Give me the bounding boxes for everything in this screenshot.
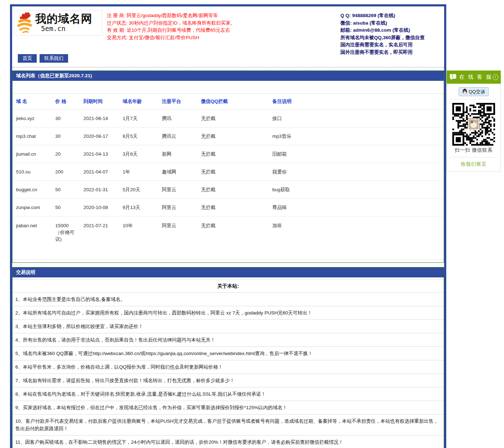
note-item: 8、本站在售域名均为老域名，对于关键词排名,快照更新,收录,流量,是否被K,建过… — [12, 387, 444, 401]
cell-platform: 腾讯 — [159, 110, 198, 127]
cell-price: 15000（价格可议) — [52, 217, 81, 260]
table-row: jiumail.cn202021-04-133月8天新网无拦截旧邮箱 — [12, 145, 444, 163]
cell-domain: jiaban.net — [12, 217, 52, 260]
cell-price: 50 — [52, 181, 81, 199]
contact-line: 所有域名均未被QQ,360屏蔽，微信自查 — [340, 34, 442, 42]
note-item: 11、因客户购买错域名，在不影响二次销售的情况下，24小时内可以退回，退回的话，… — [12, 436, 444, 448]
cell-wechat-qq-block: 无拦截 — [198, 199, 269, 217]
table-row: jiaban.net15000（价格可议)2021-07-2110年阿里云无拦截… — [12, 217, 444, 260]
note-item: 7、域名如有转出需求，请提前告知，转出只接受直接付款！域名转出，打包无优惠，标价… — [12, 374, 444, 387]
contact-line: 邮箱: admin6@88.com (常在线) — [340, 27, 442, 34]
contact-line: 国内注册商需要实名，实名后可用 — [340, 41, 442, 49]
qq-chat-button[interactable]: QQ交谈 — [459, 87, 489, 96]
notice-block: 注 册 商: 阿里云/godaddy/西部数码/爱名网/新网等等过户状态: 30… — [107, 12, 307, 41]
service-header: ! 在 线 客 服 › — [447, 71, 501, 84]
cell-expire-date: 2020-08-17 — [81, 127, 120, 145]
divider — [450, 157, 498, 157]
cell-domain: mp3.chat — [12, 127, 52, 145]
wechat-qrcode-image — [452, 103, 495, 146]
note-item: 3、本站主张薄利多销，所以价格比较便宜，请买家勿还价！ — [12, 320, 444, 333]
note-item: 10、客户付款并不代表交易结束，付款后客户提供注册商账号，本站PUSH完才交易完… — [12, 415, 444, 436]
table-row: mp3.chat302020-08-178月5天腾讯云无拦截mp3音乐 — [12, 127, 444, 145]
cell-age: 9月13天 — [120, 199, 159, 217]
cell-price: 30 — [52, 127, 81, 145]
cell-expire-date: 2021-06-14 — [81, 110, 120, 127]
notes-heading: 关于本站: — [12, 280, 444, 293]
contact-line: 微信: aisuba (常在线) — [340, 20, 442, 27]
cell-domain: jiumail.cn — [12, 145, 52, 163]
main-nav: 首页 联系我们 — [18, 54, 68, 63]
note-item: 9、买家选好域名，本站有报过价，但在过户中，发现域名已经出售，作为补偿，买家可重… — [12, 401, 444, 415]
cell-wechat-qq-block: 无拦截 — [198, 163, 269, 181]
service-body: QQ交谈 扫一扫 微信联系 给我们留言 — [447, 84, 501, 172]
cell-note: 尊品味 — [269, 199, 444, 217]
notice-line: 过户状态: 30秒内过户到你指定ID，域名终身所有权归买家。 — [107, 20, 307, 27]
cell-age: 1年 — [120, 163, 159, 181]
cell-expire-date: 2020-10-08 — [81, 199, 120, 217]
leave-message-link[interactable]: 给我们留言 — [461, 161, 487, 167]
cell-price: 30 — [52, 110, 81, 127]
site-logo: 我的域名网 5em.cn — [14, 10, 102, 36]
domain-table-body: jieko.xyz302021-06-141月7天腾讯无拦截接口mp3.chat… — [12, 110, 444, 260]
table-row: 510.su2002021-04-071年趣域网无拦截我要你 — [12, 163, 444, 181]
nav-contact-button[interactable]: 联系我们 — [40, 54, 68, 63]
cell-age: 3月8天 — [120, 145, 159, 163]
cell-domain: bugget.cn — [12, 181, 52, 199]
notice-line: 有 效 期: 近10个月,到期自行到账号续费，代续费65元左右 — [107, 27, 307, 34]
cell-price: 200 — [52, 163, 81, 181]
notes-body: 关于本站: 1、本站业务范围主要是出售自己的域名,备案域名。2、本站所有域名均可… — [12, 280, 444, 448]
contact-block: Q Q: 948888269 (常在线)微信: aisuba (常在线)邮箱: … — [340, 12, 442, 56]
cell-age: 1月7天 — [120, 110, 159, 127]
cell-platform: 腾讯云 — [159, 127, 198, 145]
column-header-wechat-qq-block: 微信QQ拦截 — [198, 94, 269, 110]
cell-platform: 阿里云 — [159, 181, 198, 199]
domain-list-section: 域名列表（信息已更新至2020.7.21) 域 名价 格到期时间域名年龄注册平台… — [12, 71, 444, 263]
scan-label: 扫一扫 微信联系 — [447, 147, 500, 153]
main-container: 我的域名网 5em.cn 注 册 商: 阿里云/godaddy/西部数码/爱名网… — [10, 4, 446, 448]
cell-wechat-qq-block: 无拦截 — [198, 110, 269, 127]
column-header-domain: 域 名 — [12, 94, 52, 110]
note-item: 5、域名均未被360 QQ屏蔽，可通过http://webscan.360.cn… — [12, 347, 444, 360]
cell-note: 旧邮箱 — [269, 145, 444, 163]
cell-age: 5月20天 — [120, 181, 159, 199]
nav-home-button[interactable]: 首页 — [18, 54, 37, 63]
dotted-divider — [12, 67, 444, 68]
cell-wechat-qq-block: 无拦截 — [198, 127, 269, 145]
cell-age: 8月5天 — [120, 127, 159, 145]
cell-note: bug获取 — [269, 181, 444, 199]
note-item: 4、所有出售的域名，请勿用于非法站点，否则后果自负！售出后任何法律问题均与本站无… — [12, 333, 444, 347]
column-header-note: 备注说明 — [269, 94, 444, 110]
cell-price: 50 — [52, 199, 81, 217]
domain-table: 域 名价 格到期时间域名年龄注册平台微信QQ拦截备注说明 jieko.xyz30… — [12, 93, 444, 260]
note-item: 2、本站所有域名均可自由过户，买家拥用所有权，国内注册商均可转出，西部数码秒转出… — [12, 306, 444, 320]
table-row: bugget.cn502022-01-315月20天阿里云无拦截bug获取 — [12, 181, 444, 199]
cell-note: 加班 — [269, 217, 444, 260]
site-domain: 5em.cn — [41, 25, 92, 32]
column-header-expire-date: 到期时间 — [81, 94, 120, 110]
cell-expire-date: 2021-04-13 — [81, 145, 120, 163]
rooster-logo-icon — [16, 11, 34, 35]
cell-note: 我要你 — [269, 163, 444, 181]
domain-list-title: 域名列表（信息已更新至2020.7.21) — [12, 71, 444, 81]
contact-line: 国外注册商不需要实名，即买即用 — [340, 49, 442, 56]
column-header-age: 域名年龄 — [120, 94, 159, 110]
page: 我的域名网 5em.cn 注 册 商: 阿里云/godaddy/西部数码/爱名网… — [0, 0, 504, 448]
cell-wechat-qq-block: 无拦截 — [198, 217, 269, 260]
cell-platform: 趣域网 — [159, 163, 198, 181]
cell-domain: 510.su — [12, 163, 52, 181]
cell-platform: 新网 — [159, 145, 198, 163]
service-title: 在 线 客 服 — [459, 74, 493, 80]
qq-chat-label: QQ交谈 — [469, 89, 485, 95]
notes-section: 交易说明 关于本站: 1、本站业务范围主要是出售自己的域名,备案域名。2、本站所… — [12, 267, 444, 448]
cell-expire-date: 2021-04-07 — [81, 163, 120, 181]
notes-title: 交易说明 — [12, 267, 444, 277]
note-item: 6、本站平价售米，多次询价，价格自动上调，以QQ报价为准，同时我们也会及时更新网… — [12, 360, 444, 374]
cell-price: 20 — [52, 145, 81, 163]
customer-service-widget: ! 在 线 客 服 › QQ交谈 扫一扫 — [447, 71, 501, 172]
chevron-circle-icon[interactable]: › — [493, 74, 498, 80]
cell-wechat-qq-block: 无拦截 — [198, 181, 269, 199]
cell-platform: 阿里云 — [159, 217, 198, 260]
qq-penguin-icon — [462, 88, 467, 95]
note-item: 1、本站业务范围主要是出售自己的域名,备案域名。 — [12, 293, 444, 306]
cell-note: mp3音乐 — [269, 127, 444, 145]
